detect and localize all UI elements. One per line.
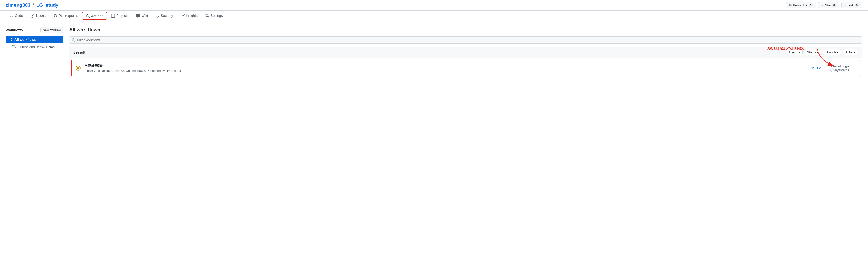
tab-actions-label: Actions <box>91 14 103 18</box>
tab-insights-label: Insights <box>186 14 197 17</box>
tab-projects-label: Projects <box>116 14 129 17</box>
filter-input[interactable] <box>69 36 862 44</box>
watch-button[interactable]: 👁 Unwatch ▾ 1 <box>786 2 816 8</box>
fork-count: 0 <box>855 4 859 7</box>
eye-icon: 👁 <box>789 3 792 7</box>
actions-icon <box>86 14 90 18</box>
new-workflow-button[interactable]: New workflow <box>40 27 63 33</box>
watch-label: Unwatch <box>793 3 805 7</box>
repo-title: zimeng303 / LG_study <box>6 2 58 8</box>
issues-icon <box>31 14 34 17</box>
top-bar: zimeng303 / LG_study 👁 Unwatch ▾ 1 ☆ Sta… <box>0 0 868 10</box>
code-icon <box>10 14 13 17</box>
tab-actions[interactable]: Actions <box>82 12 107 20</box>
actor-chevron-icon: ▾ <box>854 50 856 54</box>
workflow-more-button[interactable]: ··· <box>852 66 856 70</box>
workflow-in-progress: 🕐 In progress <box>830 68 849 72</box>
clock-icon: 🕐 <box>830 68 833 72</box>
tab-projects[interactable]: Projects <box>107 11 132 21</box>
chevron-down-icon: ▾ <box>806 3 808 7</box>
content-area: All workflows 🔍 1 result Event ▾ Status <box>69 27 862 240</box>
status-chevron-icon: ▾ <box>817 50 818 54</box>
fork-label: Fork <box>847 3 854 7</box>
workflow-status-dot <box>77 67 79 69</box>
tab-code-label: Code <box>15 14 23 17</box>
workflow-row-container: 点击进入面板 <box>69 60 862 76</box>
projects-icon <box>111 14 115 17</box>
workflow-description-text: Publish And Deploy Demo #3: Commit b0690… <box>83 69 181 72</box>
tab-settings[interactable]: Settings <box>202 11 227 21</box>
watch-count: 1 <box>809 4 813 7</box>
event-filter-label: Event <box>789 50 797 54</box>
search-icon: 🔍 <box>72 38 76 42</box>
wiki-icon <box>136 14 140 17</box>
star-button[interactable]: ☆ Star 0 <box>818 2 840 8</box>
tab-insights[interactable]: Insights <box>177 11 202 21</box>
insights-icon <box>181 14 185 17</box>
workflow-row[interactable]: '自动化部署' Publish And Deploy Demo #3: Comm… <box>71 60 860 76</box>
top-actions: 👁 Unwatch ▾ 1 ☆ Star 0 ⑂ Fork 0 <box>786 2 862 8</box>
workflow-time-text: 🗓 1 minute ago <box>827 64 848 68</box>
status-filter-button[interactable]: Status ▾ <box>805 49 822 55</box>
fork-button[interactable]: ⑂ Fork 0 <box>841 2 862 8</box>
sidebar-header: Workflows New workflow <box>6 27 63 33</box>
workflow-desc: Publish And Deploy Demo #3: Commit b0690… <box>83 69 806 72</box>
workflow-list: 1 result Event ▾ Status ▾ Branch ▾ <box>69 46 862 78</box>
workflow-item-icon <box>12 45 16 49</box>
workflow-tag[interactable]: v0.1.2 <box>812 66 821 70</box>
fork-icon: ⑂ <box>844 3 846 7</box>
tab-wiki-label: Wiki <box>142 14 148 17</box>
tab-security-label: Security <box>161 14 173 17</box>
workflow-info: '自动化部署' Publish And Deploy Demo #3: Comm… <box>83 64 806 72</box>
sidebar-item-publish-deploy[interactable]: Publish And Deploy Demo <box>6 43 63 50</box>
tab-security[interactable]: Security <box>152 11 177 21</box>
result-count: 1 result <box>73 50 85 54</box>
filter-bar: 🔍 <box>69 36 862 44</box>
actor-filter-label: Actor <box>846 50 853 54</box>
event-filter-button[interactable]: Event ▾ <box>786 49 802 55</box>
sidebar-item-all-workflows[interactable]: All workflows <box>6 36 63 43</box>
repo-owner-link[interactable]: zimeng303 <box>6 2 30 8</box>
branch-filter-button[interactable]: Branch ▾ <box>823 49 841 55</box>
tab-pull-requests[interactable]: Pull requests <box>50 11 82 21</box>
content-title: All workflows <box>69 27 862 33</box>
status-filter-label: Status <box>807 50 816 54</box>
repo-separator: / <box>33 2 34 8</box>
star-count: 0 <box>832 4 837 7</box>
workflow-time: 🗓 1 minute ago 🕐 In progress <box>827 64 848 72</box>
tab-settings-label: Settings <box>211 14 223 17</box>
branch-filter-label: Branch <box>826 50 836 54</box>
nav-tabs: Code Issues Pull requests Actions Projec… <box>0 10 868 21</box>
all-workflows-icon <box>9 38 12 41</box>
filter-controls: Event ▾ Status ▾ Branch ▾ Actor ▾ <box>786 49 858 55</box>
workflow-status-icon <box>76 66 81 71</box>
security-icon <box>155 14 159 17</box>
event-chevron-icon: ▾ <box>798 50 800 54</box>
tab-issues[interactable]: Issues <box>27 11 49 21</box>
actor-filter-button[interactable]: Actor ▾ <box>843 49 858 55</box>
workflow-item-label: Publish And Deploy Demo <box>18 45 55 49</box>
all-workflows-label: All workflows <box>14 38 36 41</box>
branch-chevron-icon: ▾ <box>837 50 838 54</box>
workflow-name: '自动化部署' <box>83 64 806 68</box>
star-icon: ☆ <box>822 3 824 7</box>
workflow-status-label: In progress <box>834 68 849 72</box>
tab-wiki[interactable]: Wiki <box>132 11 152 21</box>
pull-request-icon <box>53 14 57 17</box>
tab-code[interactable]: Code <box>6 11 27 21</box>
filter-input-wrap: 🔍 <box>69 36 862 44</box>
star-label: Star <box>825 3 831 7</box>
workflow-list-header: 1 result Event ▾ Status ▾ Branch ▾ <box>69 47 862 58</box>
main-content: Workflows New workflow All workflows Pub… <box>0 21 868 246</box>
settings-icon <box>205 14 209 17</box>
tab-pull-requests-label: Pull requests <box>59 14 78 17</box>
calendar-icon: 🗓 <box>827 64 830 68</box>
sidebar: Workflows New workflow All workflows Pub… <box>6 27 63 240</box>
tab-issues-label: Issues <box>36 14 45 17</box>
workflow-time-ago: 1 minute ago <box>831 64 848 68</box>
sidebar-title: Workflows <box>6 28 23 32</box>
repo-name-link[interactable]: LG_study <box>36 2 58 8</box>
